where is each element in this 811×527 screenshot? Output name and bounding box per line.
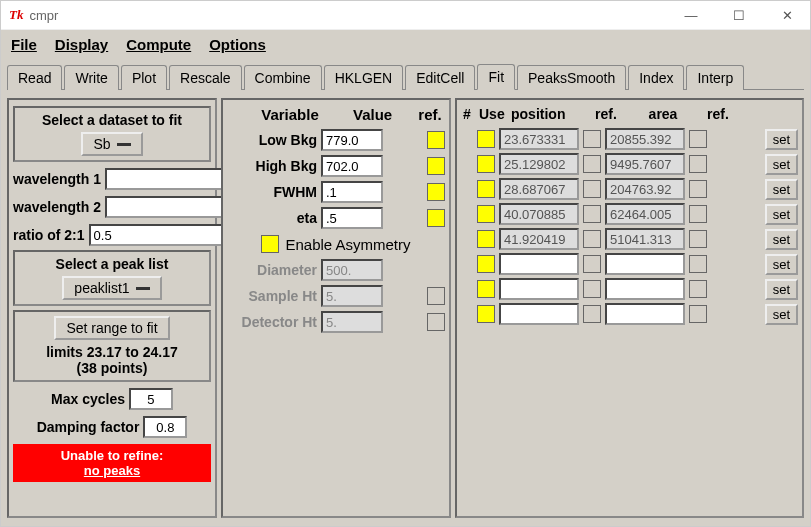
- maximize-button[interactable]: ☐: [724, 5, 754, 25]
- detector-ht-input: [321, 311, 383, 333]
- dataset-dropdown[interactable]: Sb: [81, 132, 142, 156]
- set-button[interactable]: set: [765, 179, 798, 200]
- pos-ref-check[interactable]: [583, 280, 601, 298]
- use-check[interactable]: [477, 255, 495, 273]
- area-input[interactable]: [605, 153, 685, 175]
- set-button[interactable]: set: [765, 279, 798, 300]
- use-check[interactable]: [477, 155, 495, 173]
- set-button[interactable]: set: [765, 154, 798, 175]
- points-text: (38 points): [19, 360, 205, 376]
- area-ref-check[interactable]: [689, 205, 707, 223]
- position-input[interactable]: [499, 303, 579, 325]
- position-input[interactable]: [499, 153, 579, 175]
- dataset-value: Sb: [93, 136, 110, 152]
- high-bkg-input[interactable]: [321, 155, 383, 177]
- peak-row: set: [461, 178, 798, 200]
- rhead-ref2: ref.: [707, 106, 731, 122]
- area-input[interactable]: [605, 128, 685, 150]
- peaklist-dropdown[interactable]: peaklist1: [62, 276, 161, 300]
- tab-write[interactable]: Write: [64, 65, 118, 90]
- set-button[interactable]: set: [765, 229, 798, 250]
- tab-index[interactable]: Index: [628, 65, 684, 90]
- high-bkg-ref-check[interactable]: [427, 157, 445, 175]
- set-button[interactable]: set: [765, 204, 798, 225]
- use-check[interactable]: [477, 130, 495, 148]
- area-ref-check[interactable]: [689, 155, 707, 173]
- middle-panel: Variable Value ref. Low Bkg High Bkg FWH…: [221, 98, 451, 518]
- eta-ref-check[interactable]: [427, 209, 445, 227]
- rhead-use: Use: [479, 106, 507, 122]
- max-cycles-input[interactable]: [129, 388, 173, 410]
- damping-input[interactable]: [143, 416, 187, 438]
- menu-file[interactable]: File: [11, 36, 37, 53]
- use-check[interactable]: [477, 205, 495, 223]
- tab-fit[interactable]: Fit: [477, 64, 515, 90]
- area-ref-check[interactable]: [689, 230, 707, 248]
- set-button[interactable]: set: [765, 304, 798, 325]
- low-bkg-input[interactable]: [321, 129, 383, 151]
- left-panel: Select a dataset to fit Sb wavelength 1 …: [7, 98, 217, 518]
- fwhm-input[interactable]: [321, 181, 383, 203]
- pos-ref-check[interactable]: [583, 155, 601, 173]
- tab-bar: ReadWritePlotRescaleCombineHKLGENEditCel…: [1, 63, 810, 89]
- rhead-position: position: [511, 106, 591, 122]
- close-button[interactable]: ✕: [772, 5, 802, 25]
- use-check[interactable]: [477, 230, 495, 248]
- menu-compute[interactable]: Compute: [126, 36, 191, 53]
- tab-combine[interactable]: Combine: [244, 65, 322, 90]
- use-check[interactable]: [477, 180, 495, 198]
- pos-ref-check[interactable]: [583, 205, 601, 223]
- position-input[interactable]: [499, 253, 579, 275]
- area-input[interactable]: [605, 303, 685, 325]
- peak-row: set: [461, 303, 798, 325]
- set-button[interactable]: set: [765, 254, 798, 275]
- peak-row: set: [461, 278, 798, 300]
- menubar: File Display Compute Options: [1, 30, 810, 59]
- area-input[interactable]: [605, 228, 685, 250]
- position-input[interactable]: [499, 278, 579, 300]
- pos-ref-check[interactable]: [583, 180, 601, 198]
- enable-asym-check[interactable]: [261, 235, 279, 253]
- area-input[interactable]: [605, 278, 685, 300]
- pos-ref-check[interactable]: [583, 305, 601, 323]
- tab-peakssmooth[interactable]: PeaksSmooth: [517, 65, 626, 90]
- area-ref-check[interactable]: [689, 130, 707, 148]
- minimize-button[interactable]: —: [676, 5, 706, 25]
- set-button[interactable]: set: [765, 129, 798, 150]
- position-input[interactable]: [499, 128, 579, 150]
- fwhm-ref-check[interactable]: [427, 183, 445, 201]
- area-ref-check[interactable]: [689, 280, 707, 298]
- tab-plot[interactable]: Plot: [121, 65, 167, 90]
- sample-ht-ref-check[interactable]: [427, 287, 445, 305]
- area-ref-check[interactable]: [689, 305, 707, 323]
- tab-editcell[interactable]: EditCell: [405, 65, 475, 90]
- tab-interp[interactable]: Interp: [686, 65, 744, 90]
- mid-head-variable: Variable: [227, 106, 353, 123]
- tab-rescale[interactable]: Rescale: [169, 65, 242, 90]
- area-input[interactable]: [605, 253, 685, 275]
- select-dataset-label: Select a dataset to fit: [19, 112, 205, 128]
- low-bkg-ref-check[interactable]: [427, 131, 445, 149]
- area-input[interactable]: [605, 203, 685, 225]
- rhead-ref1: ref.: [595, 106, 619, 122]
- detector-ht-ref-check[interactable]: [427, 313, 445, 331]
- set-range-button[interactable]: Set range to fit: [54, 316, 169, 340]
- peaklist-value: peaklist1: [74, 280, 129, 296]
- position-input[interactable]: [499, 203, 579, 225]
- use-check[interactable]: [477, 305, 495, 323]
- menu-display[interactable]: Display: [55, 36, 108, 53]
- menu-options[interactable]: Options: [209, 36, 266, 53]
- position-input[interactable]: [499, 228, 579, 250]
- pos-ref-check[interactable]: [583, 230, 601, 248]
- pos-ref-check[interactable]: [583, 130, 601, 148]
- area-input[interactable]: [605, 178, 685, 200]
- damping-label: Damping factor: [37, 419, 140, 435]
- tab-read[interactable]: Read: [7, 65, 62, 90]
- area-ref-check[interactable]: [689, 180, 707, 198]
- area-ref-check[interactable]: [689, 255, 707, 273]
- eta-input[interactable]: [321, 207, 383, 229]
- use-check[interactable]: [477, 280, 495, 298]
- tab-hklgen[interactable]: HKLGEN: [324, 65, 404, 90]
- pos-ref-check[interactable]: [583, 255, 601, 273]
- position-input[interactable]: [499, 178, 579, 200]
